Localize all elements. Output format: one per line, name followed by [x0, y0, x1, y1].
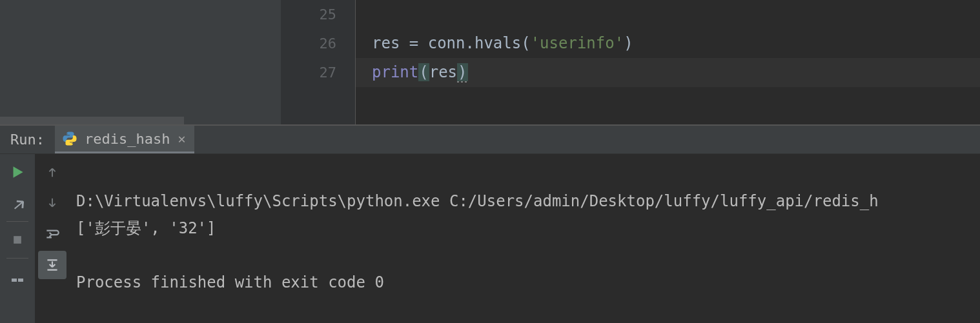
run-toolbar: Run: redis_hash ✕: [0, 126, 980, 154]
up-arrow-icon[interactable]: [38, 158, 66, 186]
python-file-icon: [61, 130, 78, 147]
svg-rect-2: [18, 279, 23, 282]
layout-button[interactable]: [3, 262, 32, 291]
rerun-button[interactable]: [3, 158, 32, 186]
line-number: 27: [281, 58, 354, 87]
scroll-to-end-button[interactable]: [38, 251, 66, 279]
console-nav-toolbar: [35, 154, 70, 323]
down-arrow-icon[interactable]: [38, 189, 66, 217]
stop-button[interactable]: [3, 226, 32, 254]
line-number-gutter[interactable]: 25 26 27: [281, 0, 355, 124]
console-line: ['彭于晏', '32']: [76, 219, 216, 237]
console-line: Process finished with exit code 0: [76, 273, 384, 291]
console-output[interactable]: D:\Virtualenvs\luffy\Scripts\python.exe …: [70, 154, 980, 323]
code-line: res = conn.hvals('userinfo'): [372, 29, 633, 58]
toolbar-separator: [6, 258, 28, 259]
settings-button[interactable]: [3, 189, 32, 217]
run-tool-window: Run: redis_hash ✕: [0, 124, 980, 323]
run-label: Run:: [0, 126, 55, 153]
project-sidebar: [0, 0, 281, 124]
soft-wrap-button[interactable]: [38, 220, 66, 248]
run-tab-title: redis_hash: [85, 131, 170, 147]
close-icon[interactable]: ✕: [176, 131, 187, 146]
code-editor[interactable]: res = conn.hvals('userinfo') print(res): [355, 0, 980, 124]
svg-rect-0: [14, 236, 21, 244]
line-number: 25: [281, 0, 354, 29]
editor-area: 25 26 27 res = conn.hvals('userinfo') pr…: [0, 0, 980, 124]
svg-rect-1: [12, 279, 17, 282]
console-line: D:\Virtualenvs\luffy\Scripts\python.exe …: [76, 192, 879, 210]
run-vertical-toolbar: [0, 154, 35, 323]
line-number: 26: [281, 29, 354, 58]
horizontal-scrollbar[interactable]: [0, 117, 184, 124]
run-tab[interactable]: redis_hash ✕: [55, 126, 195, 153]
code-line-current: print(res): [356, 58, 980, 87]
toolbar-separator: [6, 221, 28, 222]
